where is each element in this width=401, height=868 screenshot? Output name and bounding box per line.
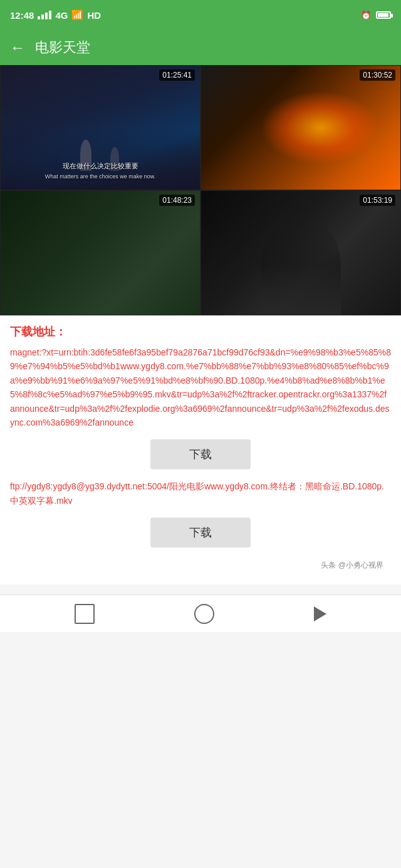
status-time: 12:48 4G 📶 HD [10,9,101,21]
app-title: 电影天堂 [35,38,90,57]
subtitle-cn-1: 现在做什么决定比较重要 [1,161,200,171]
status-right: ⏰ [361,11,391,20]
nav-recent-button[interactable] [75,604,95,624]
battery-icon [376,11,391,19]
video-grid: 01:25:41 现在做什么决定比较重要 What matters are th… [0,65,401,315]
ftp-link[interactable]: ftp://ygdy8:ygdy8@yg39.dydytt.net:5004/阳… [10,479,391,508]
download-button-2[interactable]: 下载 [150,518,251,548]
hd-label: HD [87,10,101,21]
status-bar: 12:48 4G 📶 HD ⏰ [0,0,401,30]
video-cell-2[interactable]: 01:30:52 [200,65,401,190]
wifi-icon: 📶 [71,9,83,21]
timestamp-4: 01:53:19 [360,195,395,206]
download-button-1[interactable]: 下载 [150,439,251,469]
content-area: 下载地址： magnet:?xt=urn:btih:3d6fe58fe6f3a9… [0,315,401,585]
bottom-nav [0,595,401,632]
timestamp-1: 01:25:41 [159,69,195,81]
timestamp-3: 01:48:23 [159,195,195,206]
watermark: 头条 @小勇心视界 [10,558,391,576]
video-cell-1[interactable]: 01:25:41 现在做什么决定比较重要 What matters are th… [0,65,200,190]
signal-icon [38,11,51,19]
subtitle-en-1: What matters are the choices we make now… [1,173,200,180]
download-label: 下载地址： [10,324,391,339]
timestamp-2: 01:30:52 [360,69,395,81]
signal-type: 4G [55,10,68,21]
nav-back-button[interactable] [314,606,326,621]
alarm-icon: ⏰ [361,11,371,20]
magnet-link[interactable]: magnet:?xt=urn:btih:3d6fe58fe6f3a95bef79… [10,345,391,429]
back-button[interactable]: ← [10,39,25,56]
time-display: 12:48 [10,10,34,21]
nav-home-button[interactable] [194,604,214,624]
video-cell-3[interactable]: 01:48:23 [0,190,200,315]
video-cell-4[interactable]: 01:53:19 [200,190,401,315]
app-bar: ← 电影天堂 [0,30,401,65]
